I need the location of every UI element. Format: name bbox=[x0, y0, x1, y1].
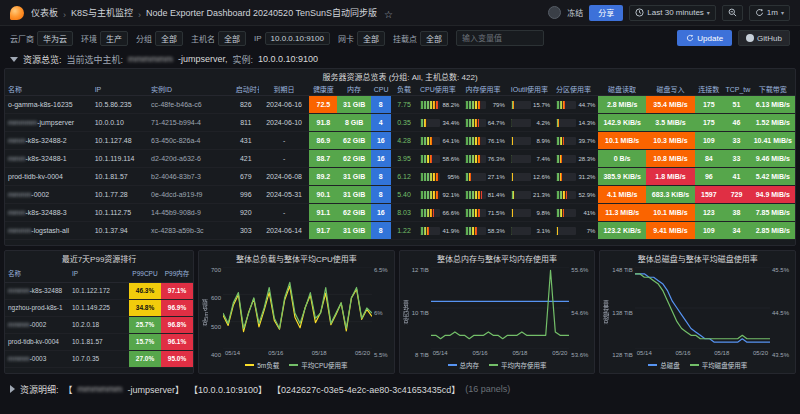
gauge-track bbox=[465, 137, 485, 145]
gauge-value: 31.2% bbox=[578, 174, 595, 180]
legend-item[interactable]: 总磁盘 bbox=[648, 360, 680, 370]
memory-cell: 62 GiB bbox=[337, 132, 370, 150]
column-header[interactable]: IP bbox=[92, 83, 148, 96]
host-name-link[interactable]: ngzhou-prod-k8s-1 bbox=[8, 304, 63, 311]
column-header[interactable]: IP bbox=[69, 265, 129, 282]
legend-item[interactable]: 平均CPU使用率 bbox=[289, 360, 347, 370]
host-name-link[interactable]: prod-tidb-kv-0004 bbox=[8, 338, 59, 345]
expire-date-cell: 2024-06-08 bbox=[259, 168, 309, 186]
column-header[interactable]: 到期日 bbox=[259, 83, 309, 96]
grafana-logo-icon[interactable] bbox=[10, 6, 24, 20]
detail-section-header[interactable]: 资源明细: 【 mmmmmm -jumpserver】 【10.0.0.10:9… bbox=[0, 380, 800, 398]
host-name-link[interactable]: o-gamma-k8s-16235 bbox=[8, 101, 73, 108]
column-header[interactable]: CPU bbox=[371, 83, 391, 96]
host-name-link[interactable]: -k8s-32488-3 bbox=[26, 209, 67, 216]
memory-cell: 8 GiB bbox=[337, 114, 370, 132]
host-name-link[interactable]: -k8s-32488-1 bbox=[26, 155, 67, 162]
column-header[interactable]: 连接数 bbox=[695, 83, 722, 96]
legend-item[interactable]: 平均磁盘使用率 bbox=[690, 360, 748, 370]
load-cell: 3.95 bbox=[391, 150, 417, 168]
x-tick-label: 05/18 bbox=[312, 350, 327, 358]
column-header[interactable]: 内存 bbox=[337, 83, 370, 96]
column-header[interactable]: IOutil使用率 bbox=[508, 83, 553, 96]
uptime-cell: 303 bbox=[233, 222, 259, 240]
legend-item[interactable]: 平均内存使用率 bbox=[489, 360, 547, 370]
column-header[interactable]: 健康度 bbox=[309, 83, 337, 96]
update-button[interactable]: Update bbox=[677, 30, 732, 46]
breadcrumb-separator-icon bbox=[135, 4, 144, 22]
download-bandwidth-cell: 1.52 MiB/s bbox=[751, 114, 795, 132]
column-header[interactable]: 内存使用率 bbox=[462, 83, 507, 96]
sync-icon bbox=[686, 34, 694, 42]
host-name-link[interactable]: -0002 bbox=[30, 321, 47, 328]
favorite-star-icon[interactable] bbox=[379, 4, 393, 22]
variable-value-input[interactable] bbox=[456, 30, 544, 46]
column-header[interactable]: CPU使用率 bbox=[417, 83, 462, 96]
variable-dropdown[interactable]: 10.0.0.10:9100 bbox=[265, 32, 330, 45]
variable-dropdown[interactable]: 全部 bbox=[357, 31, 385, 46]
legend-label: 总内存 bbox=[460, 360, 480, 370]
variable-dropdown[interactable]: 华为云 bbox=[37, 31, 73, 46]
legend-item[interactable]: 5m负载 bbox=[245, 360, 279, 370]
host-name-link[interactable]: -k8s-32488-2 bbox=[26, 137, 67, 144]
gauge-fill bbox=[511, 137, 513, 145]
ip-cell: 10.0.0.10 bbox=[92, 114, 148, 132]
breadcrumb-dashboard-title[interactable]: Node Exporter Dashboard 20240520 TenSunS… bbox=[146, 6, 377, 19]
gauge-cell: 21.3% bbox=[508, 186, 553, 204]
host-name-link[interactable]: -0003 bbox=[30, 355, 47, 362]
column-header[interactable]: TCP_tw bbox=[722, 83, 750, 96]
github-icon bbox=[746, 34, 754, 42]
column-header[interactable]: 负载 bbox=[391, 83, 417, 96]
variable-dropdown[interactable]: 全部 bbox=[420, 31, 448, 46]
load-cell: 6.12 bbox=[391, 168, 417, 186]
load-cell: 7.75 bbox=[391, 96, 417, 114]
p99-memory-cell: 96.1% bbox=[161, 333, 193, 350]
chart-body: 总内存量12 TiB10 TiB8 TiB05/1405/1605/1805/2… bbox=[400, 265, 595, 358]
column-header[interactable]: 启动时长 bbox=[233, 83, 259, 96]
user-avatar[interactable] bbox=[548, 6, 561, 19]
host-name-link[interactable]: prod-tidb-kv-0004 bbox=[8, 173, 63, 180]
column-header[interactable]: 名称 bbox=[5, 265, 69, 282]
legend-item[interactable]: 总内存 bbox=[448, 360, 480, 370]
breadcrumb-separator-icon bbox=[60, 4, 69, 22]
redacted-text: mmm bbox=[8, 209, 26, 216]
gauge-track bbox=[511, 137, 531, 145]
column-header[interactable]: 名称 bbox=[5, 83, 92, 96]
plot-column: 05/1405/1605/1805/20 bbox=[635, 267, 770, 358]
overview-section-header[interactable]: 资源总览: 当前选中主机: mmmmmm -jumpserver, 实例: 10… bbox=[0, 50, 800, 68]
led-gauge: 92.1% bbox=[420, 186, 459, 203]
github-button[interactable]: GitHub bbox=[738, 30, 790, 46]
variable-chip: 网卡全部 bbox=[338, 31, 385, 46]
host-name-link[interactable]: -jumpserver bbox=[37, 119, 74, 126]
breadcrumb-dashboards[interactable]: 仪表板 bbox=[31, 6, 58, 19]
load-cell: 0.35 bbox=[391, 114, 417, 132]
instance-id-cell: xc-4283-a59b-3c bbox=[148, 222, 233, 240]
y-axis-left: 700600500400 bbox=[209, 267, 223, 358]
led-gauge: 71.5% bbox=[465, 204, 504, 221]
share-button[interactable]: 分享 bbox=[589, 5, 623, 21]
column-header[interactable]: 分区使用率 bbox=[553, 83, 598, 96]
column-header[interactable]: P99CPU bbox=[129, 265, 161, 282]
time-range-picker[interactable]: Last 30 minutes bbox=[629, 5, 716, 21]
column-header[interactable]: 实例ID bbox=[148, 83, 233, 96]
host-name-link[interactable]: -k8s-32488 bbox=[30, 287, 63, 294]
column-header[interactable]: 磁盘写入 bbox=[646, 83, 695, 96]
host-name-link[interactable]: -0002 bbox=[31, 191, 49, 198]
column-header[interactable]: P99内存 bbox=[161, 265, 193, 282]
gauge-cell: 8.9% bbox=[508, 132, 553, 150]
refresh-interval-picker[interactable]: 1m bbox=[749, 5, 790, 21]
instance-id-cell: 0e-4dcd-a919-f9 bbox=[148, 186, 233, 204]
overview-instance-value: 10.0.0.10:9100 bbox=[258, 54, 318, 64]
chart-canvas bbox=[431, 267, 570, 349]
variable-dropdown[interactable]: 全部 bbox=[218, 31, 246, 46]
freeze-button[interactable]: 冻结 bbox=[567, 7, 583, 18]
variable-dropdown[interactable]: 全部 bbox=[155, 31, 183, 46]
column-header[interactable]: 磁盘读取 bbox=[598, 83, 645, 96]
variable-dropdown[interactable]: 生产 bbox=[100, 31, 128, 46]
breadcrumb-folder[interactable]: K8S与主机监控 bbox=[71, 6, 133, 19]
host-name-link[interactable]: -logstash-all bbox=[31, 227, 69, 234]
zoom-out-button[interactable] bbox=[722, 5, 743, 21]
p99-cpu-cell: 34.8% bbox=[129, 299, 161, 316]
column-header[interactable]: 下载带宽 bbox=[751, 83, 795, 96]
download-bandwidth-cell: 94.9 MiB/s bbox=[751, 186, 795, 204]
